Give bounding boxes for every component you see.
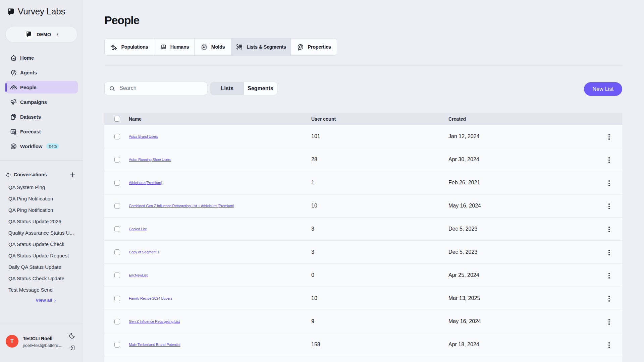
svg-text:AI: AI xyxy=(203,46,205,49)
